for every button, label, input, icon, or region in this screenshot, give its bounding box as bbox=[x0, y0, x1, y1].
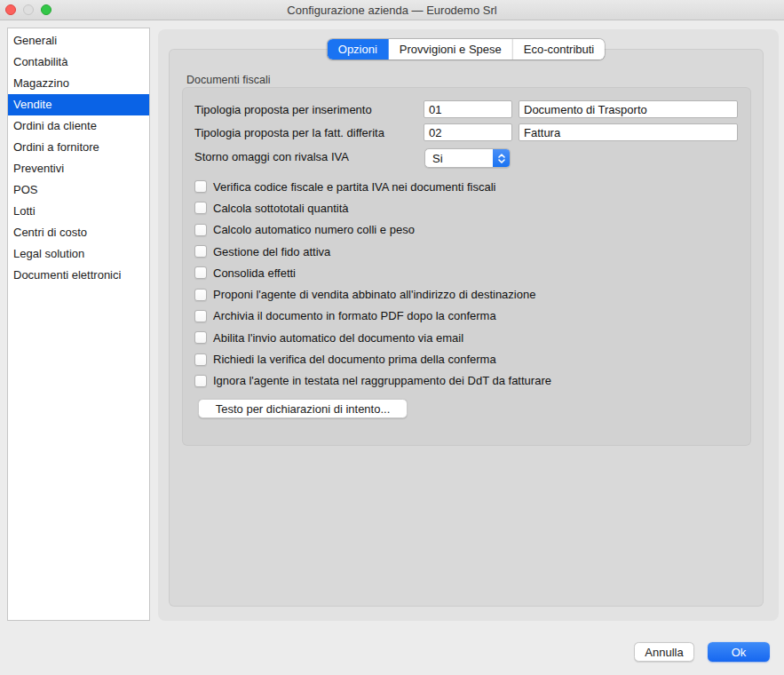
sidebar-item[interactable]: Preventivi bbox=[8, 158, 149, 179]
checkbox-row[interactable]: Consolida effetti bbox=[194, 262, 749, 283]
storno-omaggi-popup[interactable]: Si bbox=[424, 148, 511, 168]
checkbox-row[interactable]: Archivia il documento in formato PDF dop… bbox=[194, 306, 749, 327]
checkbox-row[interactable]: Proponi l'agente di vendita abbinato all… bbox=[194, 283, 749, 305]
tipologia-field-rows: Tipologia proposta per inserimento Tipol… bbox=[194, 98, 745, 144]
sidebar-item[interactable]: Generali bbox=[8, 30, 149, 52]
checkbox[interactable] bbox=[194, 375, 207, 387]
annulla-button[interactable]: Annulla bbox=[634, 642, 694, 662]
checkbox-label: Calcolo automatico numero colli e peso bbox=[213, 223, 415, 236]
checkbox[interactable] bbox=[194, 353, 207, 366]
checkbox[interactable] bbox=[194, 310, 207, 322]
checkbox-label: Gestione del fido attiva bbox=[213, 245, 330, 258]
code-input[interactable] bbox=[424, 123, 512, 141]
checkbox[interactable] bbox=[194, 224, 207, 236]
checkbox[interactable] bbox=[194, 180, 207, 193]
checkbox-label: Consolida effetti bbox=[213, 266, 296, 280]
checkbox-label: Abilita l'invio automatico del documento… bbox=[213, 331, 463, 345]
checkbox[interactable] bbox=[194, 266, 207, 279]
checkbox-label: Proponi l'agente di vendita abbinato all… bbox=[213, 288, 535, 301]
checkbox-label: Verifica codice fiscale e partita IVA ne… bbox=[213, 180, 495, 194]
dichiarazioni-intento-button[interactable]: Testo per dichiarazioni di intento... bbox=[198, 399, 408, 418]
checkbox-label: Calcola sottototali quantità bbox=[213, 202, 348, 215]
checkbox[interactable] bbox=[194, 331, 207, 344]
popup-chevrons-icon bbox=[493, 149, 510, 167]
checkbox[interactable] bbox=[194, 245, 207, 258]
sidebar-item[interactable]: Magazzino bbox=[8, 73, 149, 94]
sidebar-item[interactable]: Centri di costo bbox=[8, 222, 149, 243]
tab-bar: Opzioni Provvigioni e Spese Eco-contribu… bbox=[328, 39, 605, 60]
description-input[interactable] bbox=[519, 123, 738, 141]
titlebar[interactable]: Configurazione azienda — Eurodemo Srl bbox=[0, 0, 784, 20]
checkbox-row[interactable]: Ignora l'agente in testata nel raggruppa… bbox=[194, 370, 749, 392]
sidebar-item[interactable]: POS bbox=[8, 179, 149, 201]
window-title: Configurazione azienda — Eurodemo Srl bbox=[0, 4, 784, 17]
sidebar: Generali Contabilità Magazzino Vendite O… bbox=[7, 28, 150, 621]
checkbox-row[interactable]: Calcola sottototali quantità bbox=[194, 197, 749, 218]
sidebar-item[interactable]: Documenti elettronici bbox=[8, 265, 149, 286]
checkbox-row[interactable]: Abilita l'invio automatico del documento… bbox=[194, 327, 749, 348]
code-input[interactable] bbox=[424, 100, 512, 118]
tab[interactable]: Eco-contributi bbox=[513, 39, 605, 60]
checkbox-row[interactable]: Richiedi la verifica del documento prima… bbox=[194, 348, 749, 369]
checkbox-row[interactable]: Verifica codice fiscale e partita IVA ne… bbox=[194, 176, 749, 197]
sidebar-item[interactable]: Ordini da cliente bbox=[8, 115, 149, 137]
checkbox-label: Ignora l'agente in testata nel raggruppa… bbox=[213, 374, 551, 387]
checkbox-label: Richiedi la verifica del documento prima… bbox=[213, 353, 496, 366]
sidebar-item[interactable]: Ordini a fornitore bbox=[8, 137, 149, 158]
storno-omaggi-label: Storno omaggi con rivalsa IVA bbox=[194, 150, 349, 163]
checkbox-row[interactable]: Gestione del fido attiva bbox=[194, 241, 749, 262]
checkbox-list: Verifica codice fiscale e partita IVA ne… bbox=[194, 176, 749, 392]
field-label: Tipologia proposta per inserimento bbox=[194, 103, 424, 116]
ok-button[interactable]: Ok bbox=[708, 642, 770, 662]
sidebar-item[interactable]: Legal solution bbox=[8, 243, 149, 265]
sidebar-item[interactable]: Vendite bbox=[8, 94, 149, 115]
field-row: Tipologia proposta per la fatt. differit… bbox=[194, 121, 745, 144]
tab[interactable]: Provvigioni e Spese bbox=[389, 39, 513, 60]
tab[interactable]: Opzioni bbox=[328, 39, 389, 60]
field-row: Tipologia proposta per inserimento bbox=[194, 98, 745, 121]
configurazione-azienda-window: Configurazione azienda — Eurodemo Srl Ge… bbox=[0, 0, 784, 675]
checkbox[interactable] bbox=[194, 202, 207, 214]
sidebar-item[interactable]: Contabilità bbox=[8, 52, 149, 73]
group-title: Documenti fiscali bbox=[186, 74, 270, 86]
checkbox-row[interactable]: Calcolo automatico numero colli e peso bbox=[194, 219, 749, 241]
sidebar-item[interactable]: Lotti bbox=[8, 201, 149, 222]
checkbox-label: Archivia il documento in formato PDF dop… bbox=[213, 309, 496, 322]
description-input[interactable] bbox=[519, 100, 738, 118]
field-label: Tipologia proposta per la fatt. differit… bbox=[194, 126, 424, 139]
checkbox[interactable] bbox=[194, 289, 207, 301]
popup-value: Si bbox=[432, 151, 443, 167]
